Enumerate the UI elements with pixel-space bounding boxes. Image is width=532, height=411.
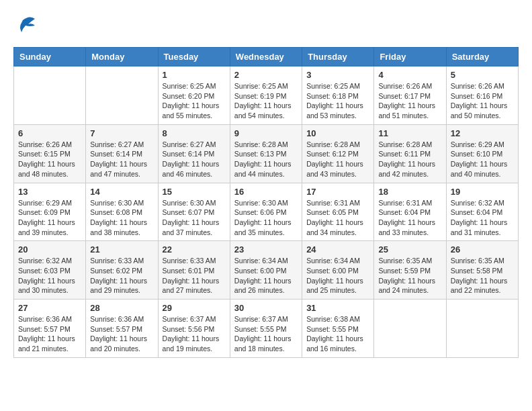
day-number: 30 (234, 303, 298, 313)
cell-content: Sunrise: 6:26 AM Sunset: 6:17 PM Dayligh… (378, 81, 441, 121)
calendar-cell: 28Sunrise: 6:36 AM Sunset: 5:57 PM Dayli… (86, 300, 158, 358)
cell-content: Sunrise: 6:30 AM Sunset: 6:06 PM Dayligh… (234, 198, 298, 238)
cell-content: Sunrise: 6:28 AM Sunset: 6:11 PM Dayligh… (378, 140, 441, 179)
cell-content: Sunrise: 6:26 AM Sunset: 6:16 PM Dayligh… (451, 81, 514, 121)
day-number: 11 (378, 128, 441, 138)
day-number: 26 (451, 244, 514, 255)
day-number: 6 (18, 128, 81, 138)
calendar-cell: 3Sunrise: 6:25 AM Sunset: 6:18 PM Daylig… (302, 66, 374, 125)
day-number: 14 (90, 187, 153, 197)
cell-content: Sunrise: 6:32 AM Sunset: 6:04 PM Dayligh… (451, 198, 514, 238)
cell-content: Sunrise: 6:37 AM Sunset: 5:56 PM Dayligh… (163, 314, 226, 354)
day-of-week-header: Saturday (446, 48, 518, 66)
calendar-cell: 23Sunrise: 6:34 AM Sunset: 6:00 PM Dayli… (230, 241, 302, 300)
cell-content: Sunrise: 6:31 AM Sunset: 6:05 PM Dayligh… (306, 198, 369, 238)
calendar-cell: 8Sunrise: 6:27 AM Sunset: 6:14 PM Daylig… (158, 124, 230, 183)
cell-content: Sunrise: 6:26 AM Sunset: 6:15 PM Dayligh… (18, 140, 81, 179)
day-number: 4 (378, 70, 441, 80)
day-of-week-header: Tuesday (158, 48, 230, 66)
calendar-cell: 11Sunrise: 6:28 AM Sunset: 6:11 PM Dayli… (374, 124, 446, 183)
calendar-cell: 5Sunrise: 6:26 AM Sunset: 6:16 PM Daylig… (446, 66, 518, 125)
calendar-cell: 1Sunrise: 6:25 AM Sunset: 6:20 PM Daylig… (158, 66, 230, 125)
calendar-cell: 4Sunrise: 6:26 AM Sunset: 6:17 PM Daylig… (374, 66, 446, 125)
cell-content: Sunrise: 6:32 AM Sunset: 6:03 PM Dayligh… (18, 256, 81, 295)
calendar-week-row: 20Sunrise: 6:32 AM Sunset: 6:03 PM Dayli… (14, 241, 519, 300)
day-number: 24 (306, 244, 369, 255)
day-number: 25 (378, 244, 441, 255)
cell-content: Sunrise: 6:25 AM Sunset: 6:20 PM Dayligh… (163, 81, 226, 121)
cell-content: Sunrise: 6:38 AM Sunset: 5:55 PM Dayligh… (306, 314, 369, 354)
calendar-cell (446, 300, 518, 358)
calendar-cell: 18Sunrise: 6:31 AM Sunset: 6:04 PM Dayli… (374, 183, 446, 241)
day-of-week-header: Sunday (14, 48, 86, 66)
cell-content: Sunrise: 6:25 AM Sunset: 6:19 PM Dayligh… (234, 81, 298, 121)
calendar-cell: 20Sunrise: 6:32 AM Sunset: 6:03 PM Dayli… (14, 241, 86, 300)
cell-content: Sunrise: 6:27 AM Sunset: 6:14 PM Dayligh… (90, 140, 153, 179)
day-number: 1 (163, 70, 226, 80)
cell-content: Sunrise: 6:31 AM Sunset: 6:04 PM Dayligh… (378, 198, 441, 238)
cell-content: Sunrise: 6:35 AM Sunset: 5:59 PM Dayligh… (378, 256, 441, 295)
calendar-cell: 19Sunrise: 6:32 AM Sunset: 6:04 PM Dayli… (446, 183, 518, 241)
day-number: 27 (18, 303, 81, 313)
calendar-header-row: SundayMondayTuesdayWednesdayThursdayFrid… (14, 48, 519, 66)
day-number: 22 (163, 244, 226, 255)
calendar-cell: 7Sunrise: 6:27 AM Sunset: 6:14 PM Daylig… (86, 124, 158, 183)
day-number: 20 (18, 244, 81, 255)
calendar-cell (14, 66, 86, 125)
calendar-cell: 24Sunrise: 6:34 AM Sunset: 6:00 PM Dayli… (302, 241, 374, 300)
calendar-cell: 9Sunrise: 6:28 AM Sunset: 6:13 PM Daylig… (230, 124, 302, 183)
calendar-cell: 31Sunrise: 6:38 AM Sunset: 5:55 PM Dayli… (302, 300, 374, 358)
calendar-cell: 12Sunrise: 6:29 AM Sunset: 6:10 PM Dayli… (446, 124, 518, 183)
cell-content: Sunrise: 6:36 AM Sunset: 5:57 PM Dayligh… (90, 314, 153, 354)
calendar-cell: 27Sunrise: 6:36 AM Sunset: 5:57 PM Dayli… (14, 300, 86, 358)
calendar-cell: 2Sunrise: 6:25 AM Sunset: 6:19 PM Daylig… (230, 66, 302, 125)
calendar-cell: 22Sunrise: 6:33 AM Sunset: 6:01 PM Dayli… (158, 241, 230, 300)
cell-content: Sunrise: 6:29 AM Sunset: 6:09 PM Dayligh… (18, 198, 81, 238)
calendar-cell: 25Sunrise: 6:35 AM Sunset: 5:59 PM Dayli… (374, 241, 446, 300)
day-number: 7 (90, 128, 153, 138)
calendar-week-row: 6Sunrise: 6:26 AM Sunset: 6:15 PM Daylig… (14, 124, 519, 183)
day-number: 23 (234, 244, 298, 255)
day-number: 19 (451, 187, 514, 197)
logo (13, 13, 36, 40)
page-header (13, 13, 519, 40)
day-of-week-header: Monday (86, 48, 158, 66)
day-number: 31 (306, 303, 369, 313)
day-number: 28 (90, 303, 153, 313)
day-number: 3 (306, 70, 369, 80)
cell-content: Sunrise: 6:35 AM Sunset: 5:58 PM Dayligh… (451, 256, 514, 295)
cell-content: Sunrise: 6:30 AM Sunset: 6:08 PM Dayligh… (90, 198, 153, 238)
cell-content: Sunrise: 6:34 AM Sunset: 6:00 PM Dayligh… (234, 256, 298, 295)
day-of-week-header: Friday (374, 48, 446, 66)
day-number: 13 (18, 187, 81, 197)
cell-content: Sunrise: 6:30 AM Sunset: 6:07 PM Dayligh… (163, 198, 226, 238)
day-number: 16 (234, 187, 298, 197)
calendar-cell: 17Sunrise: 6:31 AM Sunset: 6:05 PM Dayli… (302, 183, 374, 241)
calendar-cell: 14Sunrise: 6:30 AM Sunset: 6:08 PM Dayli… (86, 183, 158, 241)
day-number: 17 (306, 187, 369, 197)
calendar-table: SundayMondayTuesdayWednesdayThursdayFrid… (13, 47, 519, 358)
cell-content: Sunrise: 6:28 AM Sunset: 6:12 PM Dayligh… (306, 140, 369, 179)
calendar-week-row: 13Sunrise: 6:29 AM Sunset: 6:09 PM Dayli… (14, 183, 519, 241)
day-number: 21 (90, 244, 153, 255)
calendar-cell: 30Sunrise: 6:37 AM Sunset: 5:55 PM Dayli… (230, 300, 302, 358)
cell-content: Sunrise: 6:27 AM Sunset: 6:14 PM Dayligh… (163, 140, 226, 179)
cell-content: Sunrise: 6:29 AM Sunset: 6:10 PM Dayligh… (451, 140, 514, 179)
cell-content: Sunrise: 6:34 AM Sunset: 6:00 PM Dayligh… (306, 256, 369, 295)
day-number: 15 (163, 187, 226, 197)
calendar-cell: 6Sunrise: 6:26 AM Sunset: 6:15 PM Daylig… (14, 124, 86, 183)
day-number: 8 (163, 128, 226, 138)
calendar-cell: 16Sunrise: 6:30 AM Sunset: 6:06 PM Dayli… (230, 183, 302, 241)
calendar-cell: 15Sunrise: 6:30 AM Sunset: 6:07 PM Dayli… (158, 183, 230, 241)
cell-content: Sunrise: 6:37 AM Sunset: 5:55 PM Dayligh… (234, 314, 298, 354)
logo-bird-icon (16, 13, 36, 40)
day-number: 10 (306, 128, 369, 138)
cell-content: Sunrise: 6:36 AM Sunset: 5:57 PM Dayligh… (18, 314, 81, 354)
calendar-cell: 21Sunrise: 6:33 AM Sunset: 6:02 PM Dayli… (86, 241, 158, 300)
day-of-week-header: Wednesday (230, 48, 302, 66)
calendar-week-row: 1Sunrise: 6:25 AM Sunset: 6:20 PM Daylig… (14, 66, 519, 125)
calendar-cell (86, 66, 158, 125)
calendar-cell (374, 300, 446, 358)
calendar-week-row: 27Sunrise: 6:36 AM Sunset: 5:57 PM Dayli… (14, 300, 519, 358)
day-number: 29 (163, 303, 226, 313)
